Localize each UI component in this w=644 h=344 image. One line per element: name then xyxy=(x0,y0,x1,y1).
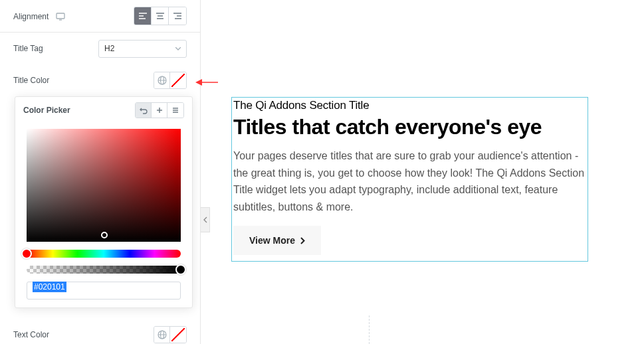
chevron-down-icon xyxy=(175,47,181,50)
picker-tools xyxy=(135,102,184,118)
hue-handle[interactable] xyxy=(21,248,32,259)
align-right-button[interactable] xyxy=(169,7,186,25)
saturation-field[interactable] xyxy=(27,129,181,242)
global-color-button[interactable] xyxy=(154,327,170,343)
color-picker-popover: Color Picker #020101 xyxy=(15,96,193,308)
undo-icon xyxy=(140,106,148,114)
chevron-right-icon xyxy=(300,237,305,244)
globe-icon xyxy=(158,76,167,85)
text-color-label: Text Color xyxy=(13,330,49,339)
section-title: Titles that catch everyone's eye xyxy=(233,115,586,139)
title-tag-row: Title Tag H2 xyxy=(0,33,200,64)
clear-icon xyxy=(171,106,179,114)
view-more-button[interactable]: View More xyxy=(233,226,321,255)
title-color-control xyxy=(154,72,187,89)
alpha-slider[interactable] xyxy=(27,266,181,274)
chevron-left-icon xyxy=(203,216,207,223)
device-desktop-icon[interactable] xyxy=(56,13,65,21)
plus-icon xyxy=(156,106,163,114)
picker-body: #020101 xyxy=(15,124,192,307)
svg-rect-0 xyxy=(56,13,64,19)
title-tag-dropdown[interactable]: H2 xyxy=(98,40,187,58)
align-left-button[interactable] xyxy=(134,7,152,25)
picker-title: Color Picker xyxy=(23,106,70,115)
no-color-swatch xyxy=(171,328,185,341)
title-tag-value: H2 xyxy=(104,44,114,53)
hex-value: #020101 xyxy=(33,282,66,292)
title-color-label: Title Color xyxy=(13,76,49,85)
hex-input[interactable]: #020101 xyxy=(27,282,181,300)
text-color-control xyxy=(154,326,187,343)
section-divider xyxy=(369,315,370,344)
section-description: Your pages deserve titles that are sure … xyxy=(233,147,586,215)
clear-button[interactable] xyxy=(167,103,183,118)
hue-slider[interactable] xyxy=(27,250,181,258)
saturation-handle[interactable] xyxy=(101,232,108,238)
alignment-button-group xyxy=(134,7,187,25)
alignment-row: Alignment xyxy=(0,0,200,32)
add-button[interactable] xyxy=(152,103,167,118)
global-color-button[interactable] xyxy=(154,72,170,88)
title-color-row: Title Color xyxy=(0,64,200,96)
align-center-button[interactable] xyxy=(152,7,169,25)
undo-button[interactable] xyxy=(136,103,152,118)
title-tag-label: Title Tag xyxy=(13,44,43,53)
annotation-arrow-1 xyxy=(195,77,218,88)
section-subtitle: The Qi Addons Section Title xyxy=(233,99,586,112)
preview-canvas[interactable]: The Qi Addons Section Title Titles that … xyxy=(231,97,588,262)
picker-header: Color Picker xyxy=(15,97,192,124)
view-more-label: View More xyxy=(249,235,295,246)
text-color-row: Text Color xyxy=(0,319,200,344)
text-color-swatch[interactable] xyxy=(170,327,186,343)
title-color-swatch[interactable] xyxy=(170,72,186,88)
alpha-handle[interactable] xyxy=(175,264,186,275)
collapse-handle[interactable] xyxy=(201,207,210,232)
alignment-label: Alignment xyxy=(13,12,49,21)
no-color-swatch xyxy=(171,74,185,87)
globe-icon xyxy=(158,330,167,339)
